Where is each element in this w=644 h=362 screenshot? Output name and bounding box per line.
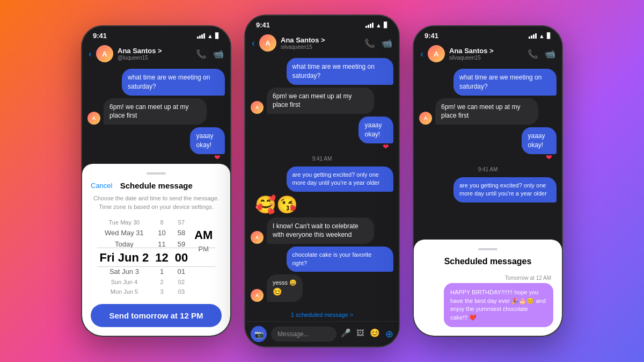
picker-date-col[interactable]: Tue May 30 Wed May 31 Today Fri Jun 2 Sa… bbox=[97, 218, 152, 296]
call-button-left[interactable]: 📞 bbox=[196, 49, 207, 59]
picker-date-7: Mon Jun 5 bbox=[106, 287, 142, 296]
picker-hour-6: 2 bbox=[156, 277, 167, 287]
picker-ampm-7 bbox=[199, 258, 208, 261]
picker-date-1: Tue May 30 bbox=[105, 218, 144, 227]
cancel-button[interactable]: Cancel bbox=[91, 182, 112, 190]
picker-hour-5: 1 bbox=[156, 266, 168, 277]
msg-r-recv-1: 6pm! we can meet up at my place first bbox=[435, 98, 538, 125]
status-bar-right: 9:41 ▲ ▊ bbox=[414, 26, 562, 42]
scheduled-message-bubble: HAPPY BIRTHDAY!!!!!!! hope you have the … bbox=[444, 283, 553, 327]
picker-date-6: Sun Jun 4 bbox=[107, 277, 142, 287]
timestamp-m: 9:41 AM bbox=[251, 156, 393, 162]
picker-min-1: 57 bbox=[174, 218, 189, 227]
contact-name-right[interactable]: Ana Santos > bbox=[449, 47, 523, 55]
msg-m-row-3: A yesss 😄😊 bbox=[251, 274, 393, 302]
contact-info-middle: Ana Santos > silvaqueen15 bbox=[281, 36, 360, 50]
contact-username-middle: silvaqueen15 bbox=[281, 44, 360, 50]
chat-header-left: ‹ A Ana Santos > @luqueen15 📞 📹 bbox=[82, 42, 230, 66]
avatar-left: A bbox=[96, 45, 113, 62]
msg-sent-1: what time are we meeting on saturday? bbox=[122, 69, 225, 96]
scheduled-messages-title: Scheduled messages bbox=[422, 257, 553, 266]
wifi-icon-m: ▲ bbox=[376, 22, 382, 28]
schedule-sheet-left: Cancel Schedule message Choose the date … bbox=[82, 164, 230, 336]
status-time-right: 9:41 bbox=[425, 32, 438, 40]
picker-min-6: 02 bbox=[174, 277, 189, 287]
msg-m-sent-2: yaaay okay! bbox=[358, 117, 393, 143]
sheet-header: Cancel Schedule message bbox=[91, 181, 222, 190]
chat-header-middle: ‹ A Ana Santos > silvaqueen15 📞 📹 bbox=[245, 31, 399, 55]
message-input[interactable]: Message... bbox=[271, 327, 336, 342]
msg-m-sent-1: what time are we meeting on saturday? bbox=[287, 58, 394, 85]
mic-button[interactable]: 🎤 bbox=[341, 328, 351, 340]
scheduled-msg-text: HAPPY BIRTHDAY!!!!!!! hope you have the … bbox=[450, 289, 546, 320]
call-button-right[interactable]: 📞 bbox=[528, 49, 538, 59]
camera-button[interactable]: 📷 bbox=[251, 326, 267, 342]
sheet-handle-right bbox=[478, 248, 497, 250]
picker-ampm-4: AM bbox=[191, 227, 216, 243]
contact-name-left[interactable]: Ana Santos > bbox=[118, 47, 192, 55]
msg-r-sent-3: are you getting excited? only one more d… bbox=[453, 177, 557, 202]
sheet-desc: Choose the date and time to send the mes… bbox=[91, 194, 222, 211]
contact-info-right: Ana Santos > silvaqueen15 bbox=[449, 47, 523, 61]
signal-icon bbox=[197, 33, 205, 39]
header-actions-right: 📞 📹 bbox=[528, 49, 555, 59]
sticker-emoji: 🥰😘 bbox=[251, 194, 393, 215]
image-button[interactable]: 🖼 bbox=[356, 328, 364, 340]
wifi-icon-r: ▲ bbox=[539, 33, 545, 39]
signal-icon-r bbox=[529, 33, 537, 39]
battery-icon-m: ▊ bbox=[384, 22, 388, 28]
picker-min-2: 58 bbox=[173, 227, 189, 238]
picker-date-5: Sat Jun 3 bbox=[105, 266, 143, 277]
header-actions-middle: 📞 📹 bbox=[364, 38, 392, 48]
msg-m-recv-1: 6pm! we can meet up at my place first bbox=[267, 88, 374, 114]
status-icons-right: ▲ ▊ bbox=[529, 33, 551, 39]
back-button-right[interactable]: ‹ bbox=[420, 48, 423, 60]
picker-min-col[interactable]: 57 58 59 00 01 02 03 bbox=[172, 218, 191, 296]
phone-middle: 9:41 ▲ ▊ ‹ A Ana Santos > silvaqueen15 📞… bbox=[244, 15, 400, 347]
picker-min-3: 59 bbox=[173, 238, 189, 250]
call-button-middle[interactable]: 📞 bbox=[364, 38, 375, 48]
contact-name-middle[interactable]: Ana Santos > bbox=[281, 36, 360, 44]
scheduled-time: Tomorrow at 12 AM bbox=[422, 275, 551, 281]
picker-hour-1: 8 bbox=[156, 218, 167, 227]
avatar-middle: A bbox=[259, 34, 276, 52]
video-button-middle[interactable]: 📹 bbox=[382, 38, 392, 48]
msg-m-row-2: A I know! Can't wait to celebrate with e… bbox=[251, 218, 393, 244]
status-bar-middle: 9:41 ▲ ▊ bbox=[245, 16, 399, 31]
phone-right: 9:41 ▲ ▊ ‹ A Ana Santos > silvaqueen15 📞… bbox=[413, 25, 563, 337]
date-time-picker[interactable]: Tue May 30 Wed May 31 Today Fri Jun 2 Sa… bbox=[91, 218, 222, 296]
avatar-sm-middle-3: A bbox=[251, 289, 264, 302]
scheduled-list-sheet: Scheduled messages Tomorrow at 12 AM HAP… bbox=[414, 240, 562, 336]
msg-m-sent-4: chocolate cake is your favorite right? bbox=[287, 247, 394, 272]
send-scheduled-button[interactable]: Send tomorrow at 12 PM bbox=[91, 304, 222, 327]
heart-reaction-r: ❤ bbox=[546, 153, 552, 162]
video-button-left[interactable]: 📹 bbox=[213, 49, 224, 59]
back-button-left[interactable]: ‹ bbox=[89, 48, 92, 60]
picker-date-3: Today bbox=[111, 238, 138, 250]
msg-m-recv-3: yesss 😄😊 bbox=[267, 274, 303, 302]
wifi-icon: ▲ bbox=[207, 33, 213, 39]
status-time-middle: 9:41 bbox=[256, 21, 270, 29]
msg-row-1: A 6pm! we can meet up at my place first bbox=[87, 98, 225, 125]
msg-recv-1: 6pm! we can meet up at my place first bbox=[104, 98, 207, 125]
picker-hour-col[interactable]: 8 10 11 12 1 2 3 bbox=[152, 218, 171, 296]
video-button-right[interactable]: 📹 bbox=[545, 49, 555, 59]
status-icons-left: ▲ ▊ bbox=[197, 33, 219, 39]
picker-ampm-col[interactable]: AM PM bbox=[191, 218, 216, 296]
msg-r-sent-1: what time are we meeting on saturday? bbox=[453, 69, 557, 96]
header-actions-left: 📞 📹 bbox=[196, 49, 224, 59]
input-bar-middle: 📷 Message... 🎤 🖼 😊 ⊕ bbox=[245, 321, 399, 346]
emoji-button[interactable]: 😊 bbox=[370, 328, 380, 340]
input-actions: 🎤 🖼 😊 ⊕ bbox=[341, 328, 393, 340]
phone-left: 9:41 ▲ ▊ ‹ A Ana Santos > @luqueen15 📞 📹 bbox=[81, 25, 231, 337]
add-button[interactable]: ⊕ bbox=[385, 328, 393, 340]
back-button-middle[interactable]: ‹ bbox=[252, 38, 255, 49]
signal-icon-m bbox=[365, 23, 374, 28]
status-bar-left: 9:41 ▲ ▊ bbox=[82, 26, 230, 42]
sheet-title: Schedule message bbox=[120, 181, 193, 190]
msg-m-recv-2: I know! Can't wait to celebrate with eve… bbox=[267, 218, 374, 244]
battery-icon-r: ▊ bbox=[547, 33, 551, 39]
scheduled-banner[interactable]: 1 scheduled message > bbox=[245, 308, 399, 321]
avatar-sm-right: A bbox=[419, 112, 432, 125]
msg-r-row-1: A 6pm! we can meet up at my place first bbox=[419, 98, 557, 125]
